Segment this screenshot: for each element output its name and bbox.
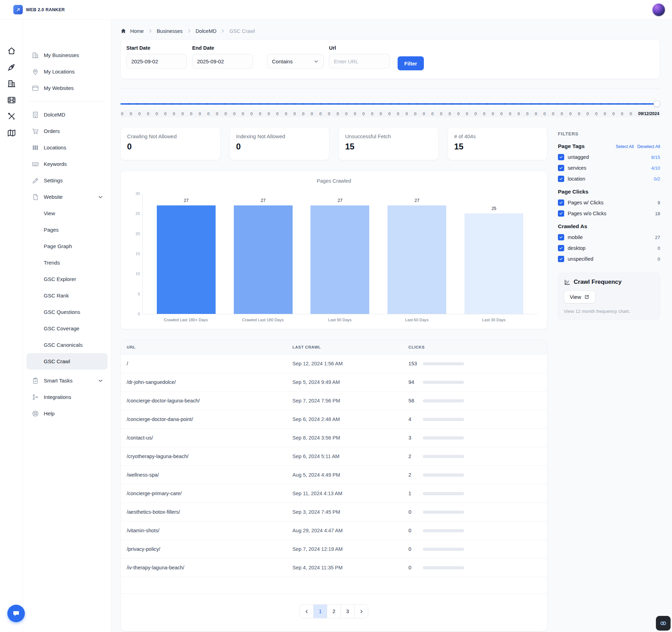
chart-bar[interactable] — [234, 205, 293, 314]
pagination-page-3[interactable]: 3 — [341, 604, 355, 618]
sidebar-item-gsc-crawl[interactable]: GSC Crawl — [27, 353, 107, 370]
checkbox-checked[interactable] — [558, 210, 564, 217]
sidebar-item-website[interactable]: Website — [27, 189, 107, 205]
table-row[interactable]: /dr-john-sanguedolce/Sep 5, 2024 9:49 AM… — [121, 373, 547, 392]
slider-handle[interactable] — [653, 100, 660, 107]
sidebar-item-pages[interactable]: Pages — [27, 222, 107, 238]
chart-bar[interactable] — [387, 205, 446, 314]
select-all-link[interactable]: Select All — [616, 144, 634, 149]
chart-bar[interactable] — [157, 205, 216, 314]
breadcrumb-business[interactable]: DolceMD — [196, 28, 217, 34]
slider-tick-label: 0 — [432, 112, 434, 116]
checkbox-checked[interactable] — [558, 234, 564, 240]
map-icon[interactable] — [7, 128, 16, 138]
row-url[interactable]: /concierge-doctor-laguna-beach/ — [127, 398, 293, 403]
sidebar-item-dolcemd[interactable]: DolceMD — [27, 106, 107, 123]
row-url[interactable]: /concierge-primary-care/ — [127, 491, 293, 496]
y-axis-tick: 30 — [129, 191, 140, 196]
sidebar-item-gsc-canonicals[interactable]: GSC Canonicals — [27, 337, 107, 353]
sidebar-item-orders[interactable]: Orders — [27, 123, 107, 139]
match-type-select[interactable]: Contains — [267, 54, 324, 69]
checkbox-checked[interactable] — [558, 176, 564, 182]
table-row[interactable]: /privacy-policy/Sep 7, 2024 12:19 AM0 — [121, 540, 547, 559]
breadcrumb-home[interactable]: Home — [130, 28, 144, 34]
clicks-bar-track — [423, 362, 464, 365]
table-body: /Sep 12, 2024 1:56 AM153/dr-john-sangued… — [121, 354, 547, 577]
checkbox-checked[interactable] — [558, 199, 564, 206]
chart-bar[interactable] — [464, 213, 523, 314]
home-icon[interactable] — [7, 46, 16, 55]
checkbox-checked[interactable] — [558, 165, 564, 171]
row-clicks: 153 — [408, 361, 541, 366]
table-row[interactable]: /vitamin-shots/Aug 29, 2024 4:47 AM0 — [121, 521, 547, 540]
table-row[interactable]: /contact-us/Sep 8, 2024 3:56 PM3 — [121, 429, 547, 447]
sidebar-item-keywords[interactable]: Keywords — [27, 156, 107, 172]
table-row[interactable]: /iv-therapy-laguna-beach/Sep 4, 2024 11:… — [121, 559, 547, 577]
sidebar-item-gsc-explorer[interactable]: GSC Explorer — [27, 271, 107, 287]
row-url[interactable]: /cryotherapy-laguna-beach/ — [127, 454, 293, 459]
deselect-all-link[interactable]: Deselect All — [637, 144, 660, 149]
sidebar-item-my-websites[interactable]: My Websites — [27, 80, 107, 96]
table-row[interactable]: /concierge-doctor-dana-point/Sep 6, 2024… — [121, 410, 547, 429]
row-url[interactable]: /dr-john-sanguedolce/ — [127, 379, 293, 385]
filter-button[interactable]: Filter — [398, 56, 424, 70]
table-row[interactable]: /aesthetics-botox-fillers/Sep 3, 2024 7:… — [121, 503, 547, 521]
sidebar-item-trends[interactable]: Trends — [27, 254, 107, 271]
home-icon[interactable] — [120, 28, 126, 34]
table-row[interactable]: /cryotherapy-laguna-beach/Sep 6, 2024 5:… — [121, 447, 547, 466]
slider-track[interactable] — [120, 103, 657, 105]
chat-button[interactable] — [7, 605, 25, 622]
sidebar-item-gsc-questions[interactable]: GSC Questions — [27, 304, 107, 320]
sidebar-item-view[interactable]: View — [27, 205, 107, 222]
filter-option-unspecified: unspecified0 — [558, 256, 660, 262]
end-date-input[interactable] — [192, 54, 253, 69]
checkbox-checked[interactable] — [558, 154, 564, 160]
chevron-down-icon[interactable] — [98, 378, 103, 384]
row-url[interactable]: / — [127, 361, 293, 366]
rocket-icon[interactable] — [7, 63, 16, 72]
sidebar-item-integrations[interactable]: Integrations — [27, 389, 107, 405]
table-row[interactable]: /Sep 12, 2024 1:56 AM153 — [121, 354, 547, 373]
table-row[interactable]: /wellness-spa/Aug 5, 2024 4:49 PM2 — [121, 466, 547, 484]
slider-tick-labels: 0000000000000000000000000000000000000000… — [120, 110, 660, 117]
chevron-down-icon[interactable] — [98, 194, 103, 200]
breadcrumb-businesses[interactable]: Businesses — [157, 28, 183, 34]
row-url[interactable]: /vitamin-shots/ — [127, 528, 293, 533]
sidebar-item-page-graph[interactable]: Page Graph — [27, 238, 107, 254]
sidebar-item-my-locations[interactable]: My Locations — [27, 63, 107, 80]
row-url[interactable]: /concierge-doctor-dana-point/ — [127, 416, 293, 422]
corner-extension-badge[interactable] — [656, 616, 671, 631]
table-row[interactable]: /concierge-doctor-laguna-beach/Sep 7, 20… — [121, 392, 547, 410]
chart-bar[interactable] — [310, 205, 369, 314]
row-url[interactable]: /iv-therapy-laguna-beach/ — [127, 565, 293, 570]
sidebar-item-gsc-coverage[interactable]: GSC Coverage — [27, 320, 107, 337]
sidebar-item-help[interactable]: Help — [27, 405, 107, 422]
start-date-input[interactable] — [126, 54, 187, 69]
sidebar-item-locations[interactable]: Locations — [27, 139, 107, 156]
sidebar-item-settings[interactable]: Settings — [27, 172, 107, 189]
row-url[interactable]: /wellness-spa/ — [127, 472, 293, 478]
table-row[interactable]: /concierge-primary-care/Sep 11, 2024 4:1… — [121, 484, 547, 503]
pagination-prev-button[interactable] — [300, 604, 314, 618]
view-frequency-button[interactable]: View — [564, 290, 595, 303]
column-header-clicks[interactable]: CLICKS — [408, 345, 541, 349]
checkbox-checked[interactable] — [558, 245, 564, 251]
sidebar-item-gsc-rank[interactable]: GSC Rank — [27, 287, 107, 304]
column-header-url[interactable]: URL — [127, 345, 293, 349]
user-avatar[interactable] — [652, 3, 665, 16]
app-logo[interactable]: WEB 2.0 RANKER — [13, 5, 65, 14]
row-url[interactable]: /aesthetics-botox-fillers/ — [127, 509, 293, 515]
pagination-page-2[interactable]: 2 — [327, 604, 341, 618]
buildings-icon[interactable] — [7, 79, 16, 88]
sidebar-item-smart-tasks[interactable]: Smart Tasks — [27, 372, 107, 389]
row-url[interactable]: /privacy-policy/ — [127, 546, 293, 552]
pagination-page-1[interactable]: 1 — [313, 604, 327, 618]
column-header-last-crawl[interactable]: LAST CRAWL — [293, 345, 409, 349]
pagination-next-button[interactable] — [354, 604, 368, 618]
url-input[interactable] — [329, 54, 390, 69]
sidebar-item-my-businesses[interactable]: My Businesses — [27, 47, 107, 63]
row-url[interactable]: /contact-us/ — [127, 435, 293, 441]
film-icon[interactable] — [7, 96, 16, 105]
tools-icon[interactable] — [7, 112, 16, 121]
checkbox-checked[interactable] — [558, 256, 564, 262]
